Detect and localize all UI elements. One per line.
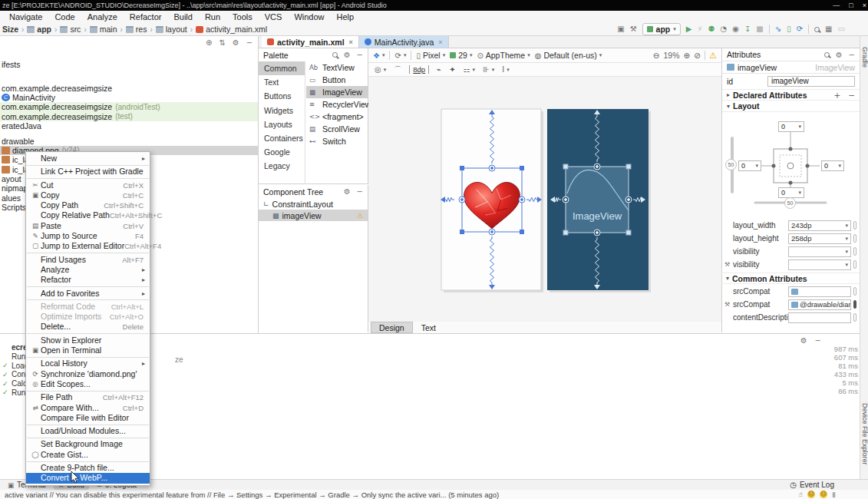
menu-item[interactable]: Navigate — [3, 12, 48, 21]
resource-flag-icon[interactable] — [853, 234, 856, 243]
warning-icon[interactable]: ⚠ — [709, 51, 717, 61]
palette-category[interactable]: Containers — [259, 131, 305, 145]
project-tree-item[interactable]: eratedJava — [0, 121, 258, 131]
component-tree-item[interactable]: ▩ imageView ⚠ — [259, 210, 368, 221]
minimize-panel-icon[interactable]: − — [849, 51, 855, 59]
project-tree-item[interactable]: C MainActivity — [0, 93, 258, 102]
resource-flag-icon[interactable] — [853, 287, 856, 296]
context-menu-item[interactable]: ✂ Cut Ctrl+X — [26, 180, 150, 190]
close-button[interactable]: × — [863, 0, 866, 11]
project-tree-item[interactable]: com.example.decreaseimgsize — [0, 83, 258, 92]
search-icon[interactable] — [824, 52, 830, 58]
context-menu-item[interactable]: Compare File with Editor — [26, 413, 150, 423]
context-menu-item[interactable]: Create 9-Patch file... — [26, 463, 150, 473]
resource-flag-icon[interactable] — [853, 260, 856, 269]
profiler-button[interactable]: ◉ — [732, 24, 739, 35]
infer-constraints-icon[interactable]: ✦ — [449, 65, 455, 74]
zoom-fit-button[interactable]: ⊘ — [694, 51, 701, 60]
resize-handle[interactable] — [460, 166, 464, 170]
attribute-value-field[interactable] — [788, 312, 851, 323]
attribute-value-field[interactable]: 258dp ▾ — [788, 233, 851, 244]
maximize-button[interactable]: □ — [849, 0, 853, 11]
context-menu-item[interactable] — [27, 461, 149, 462]
margin-right-select[interactable]: 0▾ — [821, 160, 844, 171]
resize-handle[interactable] — [626, 164, 631, 169]
zoom-in-button[interactable]: ⊕ — [684, 51, 691, 60]
context-menu-item[interactable] — [27, 253, 149, 253]
feedback-frown-icon[interactable]: ☺ — [820, 491, 827, 498]
palette-component[interactable]: <> <fragment> — [306, 111, 368, 123]
gear-icon[interactable]: ⚙ — [836, 51, 843, 59]
resize-handle[interactable] — [520, 166, 524, 170]
project-tree-item[interactable] — [0, 131, 258, 136]
attribute-value-field[interactable]: @drawable/diamond — [788, 299, 851, 310]
resize-handle[interactable] — [563, 164, 568, 169]
context-menu-item[interactable]: ◎ Edit Scopes... — [26, 379, 150, 389]
project-tree-item[interactable] — [0, 69, 258, 83]
context-menu-item[interactable]: Copy Relative Path Ctrl+Alt+Shift+C — [26, 210, 150, 220]
status-message[interactable]: active variant // You can disable this e… — [5, 491, 499, 499]
search-everywhere-icon[interactable] — [814, 27, 820, 32]
context-menu-item[interactable] — [27, 438, 149, 438]
mode-tab[interactable]: Text — [413, 322, 444, 333]
project-tree-item[interactable]: com.example.decreaseimgsize (test) — [0, 112, 258, 121]
context-menu-item[interactable]: ⇄ Compare With... Ctrl+D — [26, 403, 150, 413]
palette-category[interactable]: Buttons — [259, 89, 305, 103]
resize-handle[interactable] — [563, 230, 568, 235]
menu-item[interactable]: Build — [167, 12, 198, 21]
project-tree-item[interactable]: ifests — [0, 60, 258, 69]
search-icon[interactable] — [332, 52, 338, 58]
hand-icon[interactable]: ☝ — [799, 491, 803, 498]
add-attribute-ic on[interactable]: + — [833, 91, 840, 100]
context-menu-item[interactable]: Link C++ Project with Gradle — [26, 167, 150, 177]
mode-tab[interactable]: Design — [371, 322, 413, 333]
design-canvas[interactable]: ImageView — [368, 77, 721, 322]
context-menu-item[interactable]: Reformat Code Ctrl+Alt+L — [26, 302, 150, 312]
context-menu-item[interactable]: ▢ Jump to External Editor Ctrl+Alt+F4 — [26, 241, 150, 251]
palette-component[interactable]: ▩ ImageView — [306, 86, 368, 98]
attach-debugger-icon[interactable]: ⇘ — [775, 24, 781, 35]
menu-item[interactable]: Refactor — [124, 12, 168, 21]
clear-constraints-icon[interactable]: ⌁ — [437, 65, 441, 74]
orientation-dropdown[interactable]: ⟳▾ — [394, 51, 406, 60]
common-attributes-section[interactable]: ▾ Common Attributes — [721, 273, 860, 284]
menu-item[interactable]: Code — [48, 12, 81, 21]
remove-attribute-icon[interactable]: − — [848, 91, 855, 100]
align-dropdown[interactable]: ⊪▾ — [483, 65, 494, 74]
project-tree-item[interactable]: com.example.decreaseimgsize (androidTest… — [0, 102, 258, 111]
zoom-out-button[interactable]: ⊖ — [653, 51, 660, 60]
context-menu-item[interactable]: ✎ Jump to Source F4 — [26, 231, 150, 241]
context-menu-item[interactable]: Optimize Imports Ctrl+Alt+O — [26, 312, 150, 322]
margin-left-select[interactable]: 0▾ — [738, 160, 761, 171]
avd-manager-icon[interactable]: ▭ — [838, 24, 845, 35]
vertical-bias-slider[interactable]: 50 — [725, 159, 737, 170]
context-menu-item[interactable] — [27, 391, 149, 392]
restore-layout-icon[interactable]: ▣ — [617, 24, 624, 35]
device-manager-icon[interactable]: ▯ — [787, 24, 791, 35]
minimize-panel-icon[interactable]: − — [357, 187, 363, 196]
context-menu-item[interactable]: Set Background Image — [26, 439, 150, 449]
api-level-dropdown[interactable]: 29▾ — [450, 51, 472, 60]
device-file-explorer-tool-tab[interactable]: Device File Explorer — [860, 403, 868, 465]
build-hammer-icon[interactable]: ⚒ — [630, 24, 637, 35]
close-tab-icon[interactable]: × — [349, 38, 353, 46]
apply-code-changes-icon[interactable]: ↧ — [744, 24, 751, 35]
context-menu-item[interactable]: Delete... Delete — [26, 322, 150, 332]
declared-attributes-section[interactable]: ▸ Declared Attributes + − — [722, 89, 860, 101]
close-tab-icon[interactable]: × — [438, 38, 442, 46]
palette-category[interactable]: Text — [259, 75, 305, 89]
default-margin-control[interactable]: 8dp — [409, 65, 429, 74]
breadcrumb-item[interactable]: src › — [60, 25, 89, 34]
warning-icon[interactable]: ⚠ — [357, 212, 363, 220]
palette-component[interactable]: ▤ ScrollView — [306, 123, 368, 135]
guidelines-dropdown[interactable]: ⚏▾ — [464, 65, 475, 74]
menu-item[interactable]: Run — [199, 12, 226, 21]
palette-component[interactable]: ≡ RecyclerView ↓ — [306, 98, 368, 111]
margin-top-select[interactable]: 0▾ — [778, 121, 804, 132]
palette-category[interactable]: Legacy — [259, 159, 305, 173]
gradle-tool-tab[interactable]: Gradle — [860, 47, 868, 68]
attribute-value-field[interactable]: 243dp ▾ — [788, 220, 851, 231]
gear-icon[interactable]: ⚙ — [800, 336, 807, 345]
context-menu-item[interactable]: ⟳ Synchronize 'diamond.png' — [26, 369, 150, 379]
attribute-value-field[interactable]: ▾ — [788, 259, 851, 270]
